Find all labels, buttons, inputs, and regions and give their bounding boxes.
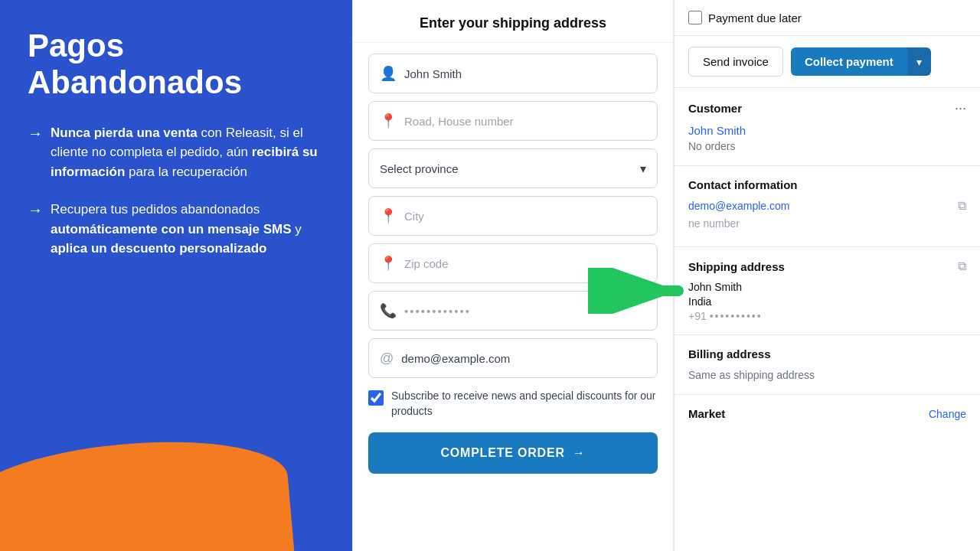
zip-field-wrap[interactable]: 📍 <box>368 243 658 283</box>
bullet-text-2: Recupera tus pedidos abandonados automát… <box>51 200 325 259</box>
form-title: Enter your shipping address <box>353 0 673 43</box>
copy-shipping-icon[interactable]: ⧉ <box>958 259 966 273</box>
no-orders-label: No orders <box>688 140 735 152</box>
collect-payment-button[interactable]: Collect payment <box>791 47 907 76</box>
contact-section-header: Contact information <box>688 178 966 191</box>
payment-due-checkbox[interactable] <box>688 11 702 24</box>
person-icon: 👤 <box>380 65 397 82</box>
city-location-icon: 📍 <box>380 207 397 224</box>
bullet-arrow-2: → <box>28 201 43 259</box>
actions-row: Send invoice Collect payment ▾ <box>675 36 980 88</box>
bullet-1: → Nunca pierda una venta con Releasit, s… <box>28 123 325 182</box>
location-icon: 📍 <box>380 112 397 129</box>
contact-section-title: Contact information <box>688 178 798 191</box>
address-input[interactable] <box>404 115 646 128</box>
right-panel: Payment due later Send invoice Collect p… <box>674 0 980 551</box>
shipping-phone: +91 •••••••••• <box>688 310 763 322</box>
shipping-section: Shipping address ⧉ John Smith India +91 … <box>675 247 980 335</box>
subscribe-label: Subscribe to receive news and special di… <box>391 389 658 419</box>
bullet-2: → Recupera tus pedidos abandonados autom… <box>28 200 325 259</box>
complete-order-button[interactable]: COMPLETE ORDER → <box>368 432 658 474</box>
name-field-wrap[interactable]: 👤 <box>368 54 658 93</box>
customer-section-header: Customer ··· <box>688 100 966 116</box>
city-input[interactable] <box>404 210 646 223</box>
phone-field-wrap[interactable]: 📞 <box>368 291 658 331</box>
contact-section: Contact information demo@example.com ⧉ n… <box>675 166 980 247</box>
province-select-wrap[interactable]: Select province ▾ <box>368 148 658 188</box>
email-field-wrap[interactable]: @ <box>368 338 658 378</box>
customer-section-title: Customer <box>688 102 742 115</box>
market-section: Market Change <box>675 395 980 432</box>
phone-input[interactable] <box>404 305 646 318</box>
phone-row: ne number <box>688 217 966 230</box>
chevron-down-icon: ▾ <box>640 161 646 176</box>
bullet-text-1: Nunca pierda una venta con Releasit, si … <box>51 123 325 182</box>
shipping-address-details: John Smith India +91 •••••••••• <box>688 281 763 322</box>
payment-due-label: Payment due later <box>708 11 802 24</box>
billing-section: Billing address Same as shipping address <box>675 335 980 395</box>
collect-payment-dropdown-button[interactable]: ▾ <box>907 47 931 76</box>
bullet-arrow-1: → <box>28 125 43 182</box>
market-change-link[interactable]: Change <box>929 408 966 420</box>
shipping-section-title: Shipping address <box>688 260 785 273</box>
customer-section: Customer ··· John Smith No orders <box>675 88 980 166</box>
billing-section-header: Billing address <box>688 347 966 360</box>
send-invoice-button[interactable]: Send invoice <box>688 47 783 77</box>
payment-due-row: Payment due later <box>675 0 980 36</box>
zip-input[interactable] <box>404 257 646 270</box>
left-panel: PagosAbandonados → Nunca pierda una vent… <box>0 0 352 551</box>
billing-same-label: Same as shipping address <box>688 369 815 381</box>
zip-location-icon: 📍 <box>380 255 397 272</box>
address-field-wrap[interactable]: 📍 <box>368 101 658 141</box>
contact-phone: ne number <box>688 217 740 230</box>
shipping-form: 👤 📍 Select province ▾ 📍 📍 📞 <box>353 43 673 484</box>
middle-panel: Enter your shipping address 👤 📍 Select p… <box>352 0 674 551</box>
shipping-section-header: Shipping address ⧉ <box>688 259 966 273</box>
contact-email[interactable]: demo@example.com <box>688 200 790 212</box>
name-input[interactable] <box>404 67 646 80</box>
main-title: PagosAbandonados <box>28 28 325 102</box>
market-title: Market <box>688 407 725 420</box>
customer-name-link[interactable]: John Smith <box>688 124 966 137</box>
billing-section-title: Billing address <box>688 347 771 360</box>
email-icon: @ <box>380 350 394 367</box>
shipping-address-row: John Smith India +91 •••••••••• <box>688 281 966 322</box>
customer-dots-menu[interactable]: ··· <box>955 100 966 116</box>
email-row: demo@example.com ⧉ <box>688 199 966 213</box>
complete-order-arrow: → <box>573 446 586 460</box>
subscribe-row: Subscribe to receive news and special di… <box>368 386 658 422</box>
province-select[interactable]: Select province <box>380 162 640 175</box>
shipping-name: John Smith <box>688 281 763 293</box>
collect-payment-wrap: Collect payment ▾ <box>791 47 931 76</box>
payment-due-wrap: Payment due later <box>688 11 966 24</box>
email-input[interactable] <box>401 352 646 365</box>
phone-icon: 📞 <box>380 302 397 319</box>
complete-order-label: COMPLETE ORDER <box>440 446 564 460</box>
city-field-wrap[interactable]: 📍 <box>368 196 658 236</box>
shipping-country: India <box>688 295 763 308</box>
subscribe-checkbox[interactable] <box>368 390 384 406</box>
copy-email-icon[interactable]: ⧉ <box>958 199 966 213</box>
